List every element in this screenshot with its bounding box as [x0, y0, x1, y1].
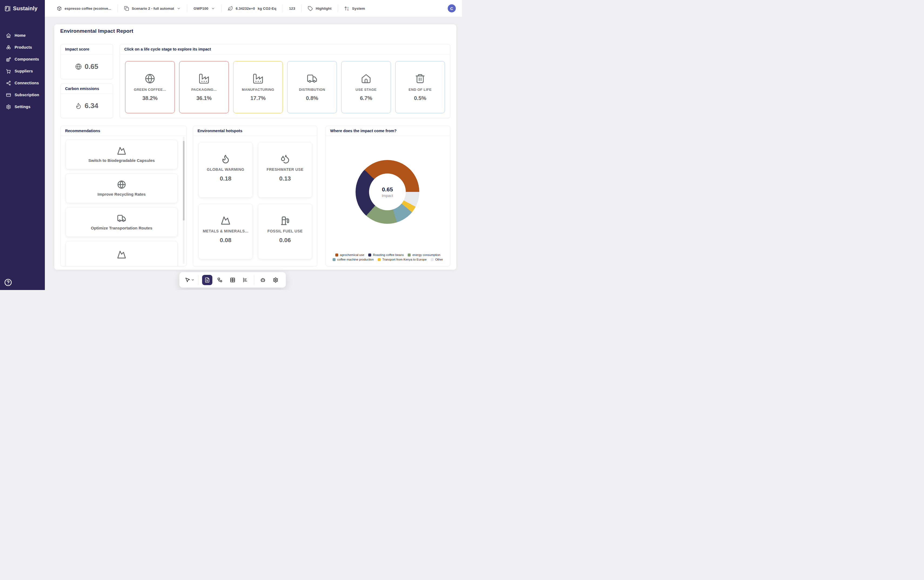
view-tool-button[interactable] [240, 275, 250, 285]
legend-item[interactable]: Other [431, 258, 443, 261]
sidebar-item[interactable]: Settings [0, 101, 45, 113]
count-badge: 123 [289, 7, 295, 10]
hotspot-card[interactable]: METALS & MINERALS... 0.08 [199, 204, 253, 259]
sidebar-item-icon [6, 81, 11, 86]
system-sort-button[interactable]: 10 System [344, 6, 365, 11]
recommendation-card[interactable]: Improve Recycling Rates [66, 173, 178, 203]
recommendations-panel: Recommendations Switch to Biodegradable … [61, 126, 186, 266]
app-root: Sustainly Home Products Components [0, 0, 462, 290]
chevron-down-icon [211, 7, 215, 10]
legend-label: agrochemical use [340, 253, 364, 257]
report-card: Environmental Impact Report Impact score… [54, 24, 456, 270]
extra-tool-button[interactable] [258, 275, 268, 285]
extra-tool-icon [273, 277, 278, 283]
scrollbar-track [183, 137, 184, 264]
legend-item[interactable]: Transport from Kenya to Europe [378, 258, 427, 261]
recommendation-card[interactable] [66, 241, 178, 266]
lifecycle-stage-card[interactable]: MANUFACTURING 17.7% [233, 61, 283, 113]
scrollbar-thumb[interactable] [183, 141, 184, 221]
highlight-button[interactable]: Highlight [308, 6, 331, 11]
recommendation-label: Improve Recycling Rates [97, 192, 146, 196]
legend-item[interactable]: agrochemical use [335, 253, 364, 257]
leaf-icon [228, 6, 233, 11]
scenario-icon [124, 6, 129, 11]
impact-score-header: Impact score [61, 44, 113, 54]
sidebar-item[interactable]: Connections [0, 77, 45, 89]
recommendations-header: Recommendations [61, 126, 186, 136]
impact-breakdown-panel: Where does the impact come from? 0.65 Im… [326, 126, 450, 266]
stage-icon [145, 73, 155, 84]
sidebar-item[interactable]: Products [0, 41, 45, 53]
system-label: System [352, 7, 365, 10]
hotspot-icon [221, 216, 230, 226]
carbon-emissions-title: Carbon emissions [65, 86, 99, 91]
stage-icon [253, 73, 263, 84]
sidebar-item-label: Home [15, 33, 26, 38]
sidebar-item[interactable]: Subscription [0, 89, 45, 101]
sidebar-item[interactable]: Home [0, 30, 45, 41]
hotspot-icon [280, 216, 290, 226]
lifecycle-header: Click on a life cycle stage to explore i… [120, 44, 450, 54]
lifecycle-stage-row: GREEN COFFEE... 38.2% PACKAGING... 36.1%… [125, 61, 445, 113]
legend-label: Other [435, 258, 443, 261]
flame-icon [75, 102, 82, 109]
emission-unit: kg CO2-Eq [258, 7, 276, 10]
view-tool-button[interactable] [227, 275, 238, 285]
legend-item[interactable]: energy consumption [408, 253, 441, 257]
lifecycle-title: Click on a life cycle stage to explore i… [124, 47, 211, 51]
carbon-emissions-panel: Carbon emissions 6.34 [61, 84, 113, 118]
donut-chart[interactable]: 0.65 Impact [355, 160, 419, 224]
stage-icon [199, 73, 209, 84]
lifecycle-stage-card[interactable]: PACKAGING... 36.1% [179, 61, 229, 113]
lifecycle-stage-card[interactable]: GREEN COFFEE... 38.2% [125, 61, 175, 113]
brand-logo: Sustainly [0, 0, 45, 17]
legend-swatch [332, 258, 335, 261]
hotspots-panel: Environmental hotspots GLOBAL WARMING 0.… [193, 126, 317, 266]
legend-swatch [368, 254, 371, 257]
view-tool-button[interactable] [202, 275, 212, 285]
impact-breakdown-header: Where does the impact come from? [326, 126, 450, 136]
view-tool-button[interactable] [215, 275, 225, 285]
stage-label: MANUFACTURING [242, 87, 274, 92]
legend-label: Transport from Kenya to Europe [382, 258, 427, 261]
carbon-emissions-value: 6.34 [85, 102, 99, 110]
count-value: 123 [289, 7, 295, 10]
metric-selector[interactable]: GWP100 [194, 7, 215, 10]
cursor-tool-button[interactable] [184, 275, 195, 285]
hotspot-card[interactable]: GLOBAL WARMING 0.18 [199, 142, 253, 198]
donut-center-value: 0.65 [382, 186, 393, 193]
recommendation-card[interactable]: Optimize Transportation Routes [66, 207, 178, 237]
extra-tool-button[interactable] [270, 275, 281, 285]
help-icon[interactable] [4, 278, 12, 287]
stage-label: END OF LIFE [408, 87, 431, 92]
view-tool-icon [230, 277, 235, 283]
hotspot-card[interactable]: FOSSIL FUEL USE 0.06 [258, 204, 312, 259]
sidebar-item[interactable]: Components [0, 53, 45, 65]
avatar[interactable]: C [448, 4, 456, 12]
legend-item[interactable]: coffee machine production [332, 258, 374, 261]
scenario-selector[interactable]: Scenario 2 - full automat [124, 6, 181, 11]
sidebar-item-icon [6, 45, 11, 50]
lifecycle-stage-card[interactable]: USE STAGE 6.7% [341, 61, 391, 113]
brand-name: Sustainly [13, 5, 38, 12]
hotspot-label: METALS & MINERALS... [203, 229, 248, 233]
legend-item[interactable]: Roasting coffee beans [368, 253, 404, 257]
sidebar-item-icon [6, 104, 11, 109]
stage-label: USE STAGE [355, 87, 377, 92]
lifecycle-stage-card[interactable]: DISTRIBUTION 0.8% [287, 61, 337, 113]
sidebar-item-label: Connections [15, 81, 39, 85]
cursor-icon [185, 277, 191, 283]
lifecycle-stage-card[interactable]: END OF LIFE 0.5% [395, 61, 445, 113]
stage-label: DISTRIBUTION [299, 87, 325, 92]
stage-label: PACKAGING... [191, 87, 217, 92]
impact-score-panel: Impact score 0.65 [61, 44, 113, 79]
hotspot-card[interactable]: FRESHWATER USE 0.13 [258, 142, 312, 198]
legend-swatch [408, 254, 411, 257]
donut-center: 0.65 Impact [369, 173, 406, 210]
recommendation-card[interactable]: Switch to Biodegradable Capsules [66, 140, 178, 169]
sidebar-item-label: Suppliers [15, 69, 33, 73]
sidebar-item[interactable]: Suppliers [0, 65, 45, 77]
chart-legend: agrochemical use Roasting coffee beans e… [330, 253, 446, 261]
globe-icon [75, 63, 82, 70]
product-selector[interactable]: espresso coffee (ecoinve... [57, 6, 111, 11]
